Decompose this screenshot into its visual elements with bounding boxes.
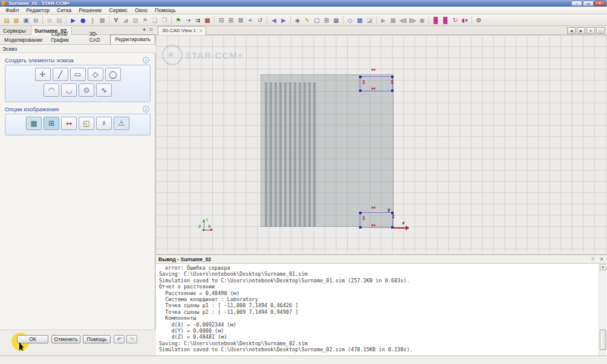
new-mesh-scene-icon[interactable]: ▉ — [441, 16, 450, 25]
help-button[interactable]: Помощь — [83, 335, 111, 343]
menu-window[interactable]: Окно — [131, 7, 151, 14]
dimension-arrow-icon: ↔ — [371, 67, 376, 73]
view-grid-button[interactable]: ▦ — [26, 117, 42, 130]
surface-remesh-icon[interactable]: ◇ — [346, 16, 354, 25]
output-header[interactable]: Вывод - Surname_02 ⚐ × — [156, 255, 607, 264]
dimension-arrow-icon: ↔ — [371, 86, 376, 91]
menu-file[interactable]: Файл — [2, 7, 22, 14]
vertex-handle[interactable] — [391, 89, 394, 92]
paste-icon: ▤ — [55, 16, 63, 25]
new-geometry-scene-icon[interactable]: ▉ — [432, 16, 440, 25]
close-all-scenes-icon[interactable]: ⊠ — [236, 16, 245, 25]
output-scrollbar[interactable]: ▲ — [599, 264, 606, 357]
create-circle-button[interactable]: ◯ — [105, 68, 121, 81]
vertex-handle[interactable] — [359, 76, 362, 78]
create-ellipse-button[interactable]: ⊙ — [79, 83, 94, 97]
create-rectangle-button[interactable]: ▭ — [70, 68, 86, 81]
close-view-icon[interactable]: × — [200, 28, 203, 35]
print-window-icon[interactable]: ⊟ — [217, 16, 226, 25]
vertex-handle[interactable] — [359, 226, 362, 229]
menu-mesh[interactable]: Сетка — [53, 7, 75, 14]
select-tool-icon[interactable]: ∀ — [112, 16, 120, 25]
step-icon[interactable]: ⇢ — [184, 16, 192, 25]
console-line: Saving: C:\Users\notebook\Desktop\Surnam… — [159, 340, 597, 346]
check-sketch-button[interactable]: ⚠ — [114, 117, 129, 130]
tab-scene-plot[interactable]: Сцена/График — [47, 30, 85, 44]
tab-3d-cad[interactable]: 3D-CAD — [85, 30, 111, 44]
save-all-icon[interactable]: ⧉ — [31, 16, 40, 25]
collapse-section-icon[interactable]: ∧ — [143, 106, 149, 112]
toolbar-separator — [109, 16, 109, 24]
scene-options-icon[interactable]: ◖▾ — [461, 16, 469, 25]
show-mesh-icon[interactable]: ⊞ — [322, 16, 331, 25]
stop-iterating-icon[interactable]: ■ — [203, 16, 212, 25]
create-arc-center-button[interactable]: ◠ — [44, 83, 59, 97]
vertex-handle[interactable] — [359, 89, 362, 92]
create-arc-3pt-button[interactable]: ◡ — [61, 83, 77, 97]
collapse-panel-icon[interactable]: ◂ — [141, 27, 147, 32]
scroll-tabs-right-icon[interactable]: ▶ — [577, 27, 585, 34]
window-layout-icon[interactable]: ▢ — [313, 16, 321, 25]
menu-tools[interactable]: Сервис — [105, 7, 131, 14]
tab-edit[interactable]: Редактировать — [110, 34, 155, 44]
view-back-icon[interactable]: ◀ — [270, 16, 278, 25]
color-mode-icon[interactable]: ✎ — [303, 16, 311, 25]
maximize-view-icon[interactable]: ▢ — [596, 27, 605, 34]
star-ccm-logo-icon — [162, 45, 183, 65]
set-grid-spacing-button[interactable]: ♯ — [96, 117, 112, 130]
scroll-up-icon[interactable]: ▲ — [600, 264, 606, 270]
run-icon[interactable]: ⇉ — [193, 16, 202, 25]
rubberband-zoom-icon[interactable]: ⊿ — [122, 16, 130, 25]
tab-3d-cad-view[interactable]: 3D-CAD View 1 × — [158, 26, 206, 35]
cancel-button[interactable]: Отменить — [51, 335, 80, 343]
create-line-button[interactable]: ╱ — [53, 68, 68, 81]
generate-volume-mesh-icon[interactable]: ▩ — [355, 16, 364, 25]
undo-button[interactable]: ↶ — [114, 335, 125, 343]
create-point-button[interactable]: ✛ — [35, 68, 51, 81]
record-macro-icon[interactable]: ● — [79, 16, 87, 25]
maximize-button[interactable]: ▭ — [583, 1, 594, 6]
full-screen-icon[interactable]: ⊞ — [227, 16, 235, 25]
tab-simulation-tree[interactable]: Моделирование — [0, 36, 47, 44]
menu-help[interactable]: Помощь — [151, 7, 180, 14]
console-log[interactable]: error: Ошибка сервераSaving: C:\Users\no… — [156, 264, 597, 357]
tools-options-icon[interactable]: ⚙ — [475, 16, 483, 25]
display-options-header: Опции изображения ∧ — [5, 105, 151, 113]
snap-to-grid-button[interactable]: ⊞ — [44, 117, 59, 130]
tab-list-icon[interactable]: ▾ — [586, 27, 595, 34]
snap-cursor-icon[interactable]: + — [246, 16, 255, 25]
reset-camera-icon[interactable]: ↺ — [256, 16, 264, 25]
close-output-icon[interactable]: × — [599, 256, 605, 262]
left-panel: Серверы Surname_02 ◂ ▫ Моделирование Сце… — [0, 26, 155, 356]
save-restore-view-icon[interactable]: ◈ — [293, 16, 302, 25]
create-spline-button[interactable]: ∿ — [96, 83, 112, 97]
vertex-handle[interactable] — [391, 76, 394, 78]
initialize-solution-icon[interactable]: ⚑ — [174, 16, 183, 25]
show-grid-icon[interactable]: ▦ — [332, 16, 340, 25]
create-polyline-button[interactable]: ◇ — [88, 68, 103, 81]
play-macro-icon[interactable]: ▶ — [69, 16, 77, 25]
collapse-section-icon[interactable]: ∧ — [143, 57, 149, 63]
close-button[interactable]: × — [594, 1, 605, 6]
console-line: Точка сцены p2 : [ -11,009 7,1494 0,9490… — [159, 309, 597, 315]
scroll-tabs-left-icon[interactable]: ◀ — [567, 27, 576, 34]
refresh-scene-icon[interactable]: ↻ — [451, 16, 459, 25]
new-simulation-icon[interactable]: ▤ — [2, 16, 11, 25]
menu-solution[interactable]: Решение — [75, 7, 105, 14]
minimize-button[interactable]: – — [571, 1, 582, 6]
cad-canvas[interactable]: STAR-CCM+ ↔ ↔ ↕ ↕ ↔ ↔ ↕ ↕ y x — [156, 35, 607, 253]
show-dimensions-button[interactable]: ↔ — [61, 117, 77, 130]
tab-servers[interactable]: Серверы — [0, 26, 31, 35]
save-icon[interactable]: ▣ — [22, 16, 30, 25]
ok-button[interactable]: ОК — [17, 335, 48, 343]
vertex-handle[interactable] — [359, 212, 362, 214]
view-forward-icon[interactable]: ▶ — [279, 16, 288, 25]
application-window: Surname_02 - STAR-CCM+ – ▭ × Файл Редакт… — [0, 0, 607, 364]
toolbar-separator — [42, 16, 43, 24]
menu-edit[interactable]: Редактор — [22, 7, 53, 14]
pin-panel-icon[interactable]: ▫ — [148, 27, 154, 32]
scrollbar-thumb[interactable] — [600, 330, 606, 350]
load-simulation-icon[interactable]: ▦ — [12, 16, 21, 25]
pin-output-icon[interactable]: ⚐ — [590, 256, 596, 262]
flip-sketch-plane-button[interactable]: ◱ — [79, 117, 94, 130]
